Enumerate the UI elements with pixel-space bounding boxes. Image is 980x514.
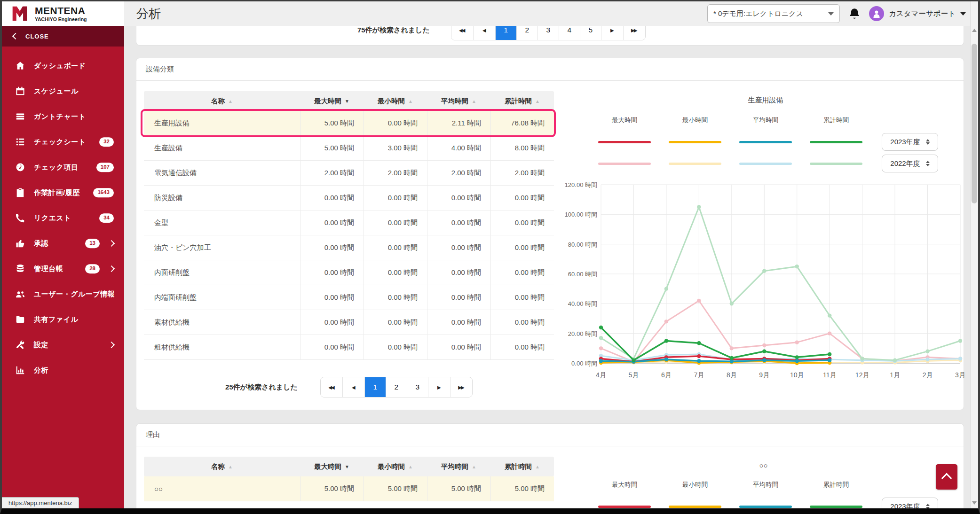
- next-page-button[interactable]: ▶: [428, 377, 450, 397]
- page-button-1[interactable]: 1: [364, 377, 386, 397]
- chart-legend: 最大時間最小時間平均時間累計時間2023年度2022年度: [589, 116, 968, 174]
- sidebar-item-ダッシュボード[interactable]: ダッシュボード: [2, 53, 124, 78]
- page-button-2[interactable]: 2: [386, 377, 407, 397]
- column-header-累計時間[interactable]: 累計時間▲: [490, 462, 554, 471]
- table-row[interactable]: 生産設備5.00 時間3.00 時間4.00 時間8.00 時間: [144, 136, 554, 161]
- avatar: [869, 6, 884, 21]
- x-tick-label: 6月: [661, 371, 672, 379]
- value-cell: 2.00 時間: [490, 161, 554, 185]
- table-row[interactable]: 内端面研削盤0.00 時間0.00 時間0.00 時間0.00 時間: [144, 285, 554, 310]
- value-cell: 76.08 時間: [490, 111, 554, 135]
- table-row[interactable]: 金型0.00 時間0.00 時間0.00 時間0.00 時間: [144, 210, 554, 235]
- year-select[interactable]: 2023年度: [882, 133, 938, 151]
- sidebar-item-分析[interactable]: 分析: [2, 358, 124, 383]
- column-header-最小時間[interactable]: 最小時間▲: [364, 462, 427, 471]
- chart-legend: 最大時間最小時間平均時間累計時間2023年度: [589, 481, 964, 508]
- value-cell: 0.00 時間: [490, 210, 554, 235]
- sidebar-item-チェックシート[interactable]: チェックシート32: [2, 129, 124, 155]
- sidebar-item-管理台帳[interactable]: 管理台帳28: [2, 256, 124, 281]
- table-row[interactable]: 生産用設備5.00 時間0.00 時間2.11 時間76.08 時間: [144, 111, 554, 136]
- value-cell: 0.00 時間: [300, 210, 364, 235]
- page-button-4[interactable]: 4: [559, 26, 580, 40]
- sidebar-item-チェック項目[interactable]: チェック項目107: [2, 155, 124, 180]
- year-select[interactable]: 2022年度: [882, 155, 938, 172]
- prev-page-button[interactable]: ◀: [473, 26, 495, 40]
- value-cell: 5.00 時間: [300, 111, 364, 135]
- sidebar-item-スケジュール[interactable]: スケジュール: [2, 78, 124, 104]
- sidebar-item-ガントチャート[interactable]: ガントチャート: [2, 104, 124, 129]
- table-row[interactable]: ○○5.00 時間5.00 時間5.00 時間5.00 時間: [144, 476, 554, 501]
- sidebar-item-共有ファイル[interactable]: 共有ファイル: [2, 307, 124, 332]
- scrollbar-thumb[interactable]: [972, 44, 977, 203]
- scroll-to-top-button[interactable]: [936, 464, 957, 490]
- scrollbar-down-arrow-icon[interactable]: [972, 501, 977, 505]
- column-header-最大時間[interactable]: 最大時間▼: [300, 97, 364, 106]
- sidebar-collapse-button[interactable]: CLOSE: [2, 26, 124, 47]
- table-row[interactable]: 防災設備0.00 時間0.00 時間0.00 時間0.00 時間: [144, 186, 554, 210]
- sidebar-item-作業計画/履歴[interactable]: 作業計画/履歴1643: [2, 180, 124, 205]
- legend-swatch: [660, 496, 730, 508]
- user-menu[interactable]: カスタマーサポート: [869, 6, 966, 21]
- column-header-名称[interactable]: 名称▲: [144, 462, 300, 471]
- scrollbar-up-arrow-icon[interactable]: [972, 29, 977, 32]
- close-label: CLOSE: [25, 33, 49, 40]
- first-page-button[interactable]: ◀◀: [321, 377, 342, 397]
- prev-page-button[interactable]: ◀: [342, 377, 364, 397]
- table-row[interactable]: 油穴・ピン穴加工0.00 時間0.00 時間0.00 時間0.00 時間: [144, 235, 554, 260]
- column-header-最大時間[interactable]: 最大時間▼: [300, 462, 364, 471]
- page-button-1[interactable]: 1: [495, 26, 516, 40]
- column-header-平均時間[interactable]: 平均時間▲: [427, 462, 490, 471]
- value-cell: 0.00 時間: [427, 260, 490, 285]
- phone-icon: [14, 213, 26, 223]
- count-badge: 34: [99, 213, 114, 223]
- value-cell: 0.00 時間: [490, 260, 554, 285]
- notifications-bell-icon[interactable]: [848, 8, 861, 20]
- value-cell: 4.00 時間: [427, 136, 490, 160]
- table-row[interactable]: 内面研削盤0.00 時間0.00 時間0.00 時間0.00 時間: [144, 260, 554, 285]
- column-label: 最小時間: [378, 97, 405, 106]
- next-page-button[interactable]: ▶: [601, 26, 623, 40]
- value-cell: 5.00 時間: [427, 476, 490, 501]
- value-cell: 0.00 時間: [490, 335, 554, 359]
- data-point: [599, 346, 603, 350]
- clipboard-icon: [14, 187, 26, 198]
- y-tick-label: 100.00 時間: [565, 211, 597, 218]
- last-page-button[interactable]: ▶▶: [450, 377, 472, 397]
- column-header-名称[interactable]: 名称▲: [144, 97, 300, 106]
- column-header-最小時間[interactable]: 最小時間▲: [364, 97, 427, 106]
- select-stepper-icon: [926, 504, 930, 508]
- year-select[interactable]: 2023年度: [882, 498, 938, 508]
- section-title: 理由: [136, 424, 964, 446]
- last-page-button[interactable]: ▶▶: [623, 26, 645, 40]
- first-page-button[interactable]: ◀◀: [451, 26, 473, 40]
- table-row[interactable]: 粗材供給機0.00 時間0.00 時間0.00 時間0.00 時間: [144, 335, 554, 360]
- column-label: 累計時間: [505, 462, 532, 471]
- top-header: 分析 * 0デモ用:エレクトロニクス カスタマーサポート: [124, 1, 978, 26]
- table-row[interactable]: 電気通信設備2.00 時間2.00 時間2.00 時間2.00 時間: [144, 161, 554, 186]
- column-header-累計時間[interactable]: 累計時間▲: [490, 97, 554, 106]
- page-scrollbar[interactable]: [970, 1, 978, 508]
- table-header: 名称▲最大時間▼最小時間▲平均時間▲累計時間▲: [144, 457, 554, 476]
- sidebar-item-ユーザー・グループ情報[interactable]: ユーザー・グループ情報: [2, 281, 124, 307]
- page-button-3[interactable]: 3: [407, 377, 428, 397]
- data-point: [664, 339, 668, 343]
- select-stepper-icon: [926, 161, 930, 166]
- page-button-2[interactable]: 2: [516, 26, 537, 40]
- page-button-3[interactable]: 3: [537, 26, 559, 40]
- count-badge: 32: [99, 137, 114, 147]
- sidebar-item-設定[interactable]: 設定: [2, 332, 124, 358]
- workspace-select[interactable]: * 0デモ用:エレクトロニクス: [707, 4, 840, 23]
- value-cell: 5.00 時間: [300, 476, 364, 501]
- sidebar-item-承認[interactable]: 承認13: [2, 231, 124, 256]
- legend-label: 最小時間: [660, 116, 730, 131]
- table-row[interactable]: 素材供給機0.00 時間0.00 時間0.00 時間0.00 時間: [144, 310, 554, 335]
- value-cell: 0.00 時間: [490, 186, 554, 210]
- page-button-5[interactable]: 5: [580, 26, 601, 40]
- checksheet-icon: [14, 137, 26, 147]
- name-cell: ○○: [144, 485, 300, 493]
- sidebar-item-リクエスト[interactable]: リクエスト34: [2, 205, 124, 231]
- column-header-平均時間[interactable]: 平均時間▲: [427, 97, 490, 106]
- analytics-icon: [14, 365, 26, 375]
- sort-icon: ▲: [472, 464, 476, 469]
- series-line: [601, 207, 960, 360]
